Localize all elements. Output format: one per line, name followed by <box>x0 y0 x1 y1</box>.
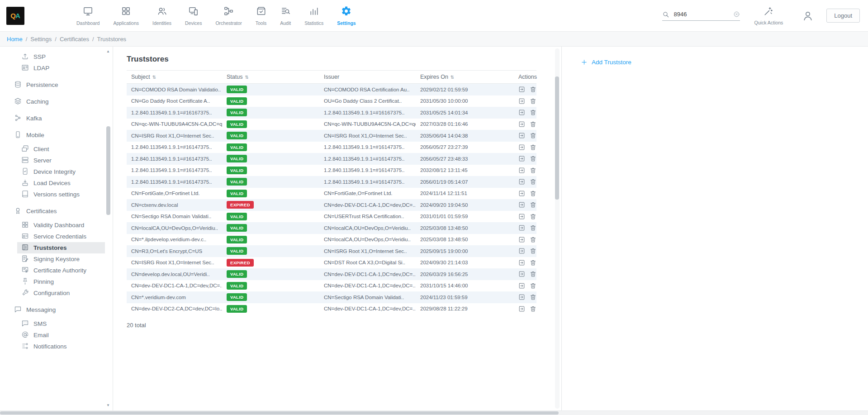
delete-truststore-icon[interactable] <box>530 190 536 197</box>
column-header-issuer[interactable]: Issuer ⇅ <box>319 74 416 80</box>
delete-truststore-icon[interactable] <box>530 98 536 105</box>
sidebar-item-ssp[interactable]: SSP <box>0 51 113 62</box>
sidebar-item-load-devices[interactable]: Load Devices <box>0 177 113 189</box>
table-row[interactable]: CN=*.ilpdevelop.veridium-dev.c.. VALID C… <box>127 234 536 246</box>
view-truststore-icon[interactable] <box>518 109 525 116</box>
delete-truststore-icon[interactable] <box>530 259 536 266</box>
view-truststore-icon[interactable] <box>518 132 525 139</box>
sidebar-item-messaging[interactable]: Messaging <box>0 304 113 315</box>
table-row[interactable]: CN=ISRG Root X1,O=Internet Sec.. EXPIRED… <box>127 257 536 269</box>
sort-icon[interactable]: ⇅ <box>152 75 156 80</box>
search-input[interactable] <box>674 11 730 18</box>
sidebar-item-kafka[interactable]: Kafka <box>0 113 113 124</box>
delete-truststore-icon[interactable] <box>530 109 536 116</box>
sidebar-item-service-credentials[interactable]: Service Credentials <box>0 231 113 242</box>
top-nav-item-settings[interactable]: Settings <box>330 0 362 32</box>
breadcrumb-item-settings[interactable]: Settings <box>30 36 52 43</box>
sidebar-item-sms[interactable]: SMS <box>0 318 113 329</box>
table-row[interactable]: 1.2.840.113549.1.9.1=#16147375.. VALID 1… <box>127 142 536 153</box>
user-icon[interactable] <box>802 10 814 22</box>
sidebar-item-configuration[interactable]: Configuration <box>0 287 113 299</box>
main-scrollbar-thumb[interactable] <box>555 76 559 200</box>
sidebar-item-signing-keystore[interactable]: Signing Keystore <box>0 253 113 265</box>
sidebar-item-notifications[interactable]: Notifications <box>0 341 113 352</box>
delete-truststore-icon[interactable] <box>530 248 536 254</box>
main-scrollbar[interactable] <box>555 48 560 409</box>
sidebar-item-versions-settings[interactable]: Versions settings <box>0 189 113 200</box>
top-nav-item-applications[interactable]: Applications <box>106 0 146 32</box>
breadcrumb-item-home[interactable]: Home <box>7 36 23 43</box>
view-truststore-icon[interactable] <box>518 167 525 174</box>
sidebar-item-pinning[interactable]: Pinning <box>0 276 113 287</box>
delete-truststore-icon[interactable] <box>530 305 536 312</box>
clear-search-icon[interactable] <box>733 11 740 18</box>
view-truststore-icon[interactable] <box>518 86 525 93</box>
view-truststore-icon[interactable] <box>518 305 525 312</box>
view-truststore-icon[interactable] <box>518 224 525 231</box>
table-row[interactable]: CN=develop.dev.local,OU=Veridi.. VALID C… <box>127 268 536 280</box>
view-truststore-icon[interactable] <box>518 259 525 266</box>
sidebar-scroll-up-icon[interactable]: ▲ <box>106 48 110 55</box>
delete-truststore-icon[interactable] <box>530 236 536 243</box>
sidebar-scrollbar-thumb[interactable] <box>106 126 110 215</box>
column-header-actions[interactable]: Actions ⇅ <box>514 74 537 80</box>
sidebar-item-truststores[interactable]: Truststores <box>17 242 105 253</box>
delete-truststore-icon[interactable] <box>530 282 536 289</box>
sidebar-item-validity-dashboard[interactable]: Validity Dashboard <box>0 219 113 231</box>
delete-truststore-icon[interactable] <box>530 144 536 151</box>
sort-icon[interactable]: ⇅ <box>245 75 248 80</box>
top-nav-item-audit[interactable]: Audit <box>273 0 298 32</box>
table-row[interactable]: CN=dev-DEV-DC1-CA-1,DC=dev,DC=.. VALID C… <box>127 280 536 292</box>
sidebar-scrollbar-track[interactable] <box>106 55 110 402</box>
quick-actions-button[interactable]: Quick Actions <box>754 6 783 25</box>
column-header-expires-on[interactable]: Expires On ⇅ <box>416 74 514 80</box>
delete-truststore-icon[interactable] <box>530 201 536 208</box>
sidebar-item-persistence[interactable]: Persistence <box>0 79 113 91</box>
column-header-subject[interactable]: Subject ⇅ <box>127 74 222 80</box>
view-truststore-icon[interactable] <box>518 282 525 289</box>
view-truststore-icon[interactable] <box>518 178 525 185</box>
sidebar-item-client[interactable]: Client <box>0 143 113 155</box>
delete-truststore-icon[interactable] <box>530 178 536 185</box>
view-truststore-icon[interactable] <box>518 201 525 208</box>
table-row[interactable]: 1.2.840.113549.1.9.1=#16147375.. VALID 1… <box>127 176 536 188</box>
add-truststore-button[interactable]: Add Truststore <box>581 59 631 66</box>
delete-truststore-icon[interactable] <box>530 271 536 277</box>
view-truststore-icon[interactable] <box>518 190 525 197</box>
view-truststore-icon[interactable] <box>518 294 525 301</box>
top-nav-item-statistics[interactable]: Statistics <box>298 0 330 32</box>
table-row[interactable]: CN=*.veridium-dev.com VALID CN=Sectigo R… <box>127 291 536 303</box>
table-row[interactable]: CN=ctxenv.dev.local EXPIRED CN=dev-DEV-D… <box>127 199 536 211</box>
view-truststore-icon[interactable] <box>518 271 525 277</box>
app-logo[interactable]: QA <box>6 7 24 25</box>
table-row[interactable]: CN=localCA,OU=DevOps,O=Veridiu.. VALID C… <box>127 222 536 234</box>
table-row[interactable]: 1.2.840.113549.1.9.1=#16147375.. VALID 1… <box>127 153 536 165</box>
sidebar-item-caching[interactable]: Caching <box>0 96 113 107</box>
view-truststore-icon[interactable] <box>518 144 525 151</box>
delete-truststore-icon[interactable] <box>530 294 536 301</box>
sidebar-item-server[interactable]: Server <box>0 155 113 166</box>
view-truststore-icon[interactable] <box>518 121 525 128</box>
top-nav-item-tools[interactable]: Tools <box>249 0 274 32</box>
sidebar-item-certificate-authority[interactable]: Certificate Authority <box>0 265 113 276</box>
horizontal-scrollbar[interactable] <box>0 410 868 415</box>
table-row[interactable]: CN=Go Daddy Root Certificate A.. VALID O… <box>127 95 536 107</box>
view-truststore-icon[interactable] <box>518 98 525 105</box>
view-truststore-icon[interactable] <box>518 236 525 243</box>
delete-truststore-icon[interactable] <box>530 121 536 128</box>
sidebar-item-certificates[interactable]: Certificates <box>0 205 113 217</box>
sidebar-item-email[interactable]: Email <box>0 329 113 341</box>
breadcrumb-item-truststores[interactable]: Truststores <box>97 36 127 43</box>
table-row[interactable]: CN=Sectigo RSA Domain Validati.. VALID C… <box>127 211 536 223</box>
table-row[interactable]: 1.2.840.113549.1.9.1=#16167375.. VALID 1… <box>127 107 536 119</box>
delete-truststore-icon[interactable] <box>530 224 536 231</box>
table-row[interactable]: CN=R3,O=Let's Encrypt,C=US VALID CN=ISRG… <box>127 245 536 257</box>
breadcrumb-item-certificates[interactable]: Certificates <box>60 36 89 43</box>
view-truststore-icon[interactable] <box>518 248 525 254</box>
sort-icon[interactable]: ⇅ <box>451 75 454 80</box>
top-nav-item-orchestrator[interactable]: Orchestrator <box>209 0 248 32</box>
delete-truststore-icon[interactable] <box>530 86 536 93</box>
delete-truststore-icon[interactable] <box>530 132 536 139</box>
sidebar-item-mobile[interactable]: Mobile <box>0 129 113 141</box>
delete-truststore-icon[interactable] <box>530 155 536 162</box>
